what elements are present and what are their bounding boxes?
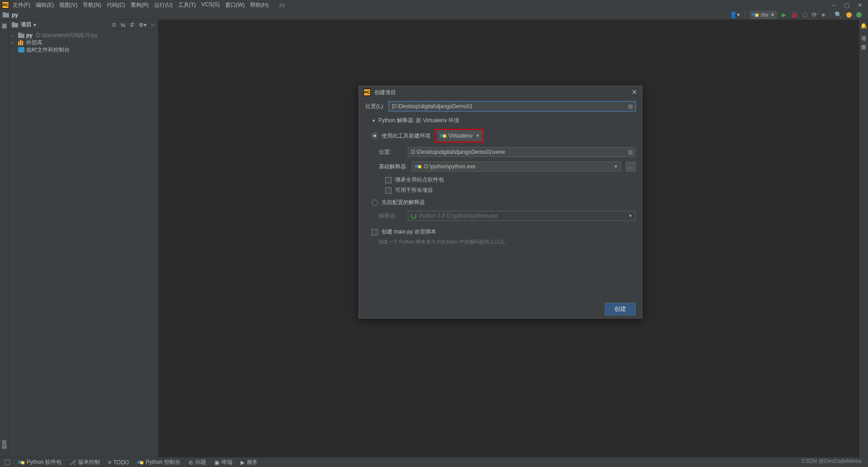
location-label: 位置(L):	[365, 103, 384, 110]
right-gutter: 🔔 通知 数据库	[859, 20, 868, 457]
python-icon	[440, 133, 446, 139]
status-console[interactable]: Python 控制台	[137, 458, 180, 466]
menu-vcs[interactable]: VCS(S)	[201, 1, 220, 9]
ok-badge-icon[interactable]	[856, 12, 862, 18]
status-terminal[interactable]: ▣终端	[214, 458, 232, 466]
env-location-input[interactable]: D:\Desktop\digital\djangoDemo01\vene ▦	[408, 147, 636, 157]
breadcrumb-project[interactable]: py	[12, 12, 18, 18]
library-icon	[18, 40, 24, 45]
menu-refactor[interactable]: 重构(R)	[131, 1, 149, 9]
run-config-selector[interactable]: mv ▼	[750, 11, 777, 19]
close-icon[interactable]: ✕	[632, 88, 637, 96]
watermark: CSDN @DevCodeMemo	[802, 458, 862, 464]
all-projects-checkbox[interactable]	[385, 187, 392, 194]
menu-nav[interactable]: 导航(N)	[83, 1, 101, 9]
status-services[interactable]: ▶服务	[241, 458, 258, 466]
status-vcs[interactable]: ⎇版本控制	[70, 458, 100, 466]
interp-value: Python 3.8 D:\python\python.exe	[419, 213, 498, 219]
tree-libs[interactable]: › 外部库	[9, 39, 158, 46]
chevron-down-icon: ▼	[372, 119, 376, 123]
notification-tab-icon[interactable]: 🔔	[860, 23, 867, 29]
project-tab-icon[interactable]: ▦	[2, 23, 7, 29]
env-location-value: D:\Desktop\digital\djangoDemo01\vene	[411, 149, 505, 155]
menu-help[interactable]: 帮助(H)	[250, 1, 269, 9]
toolwindow-toggle-icon[interactable]	[5, 460, 10, 465]
watermark-text: CSDN @DevCodeMemo	[802, 458, 862, 464]
dialog-title: 创建项目	[374, 89, 396, 96]
menu-code[interactable]: 代码(C)	[107, 1, 125, 9]
chevron-right-icon[interactable]: ›	[12, 33, 16, 38]
new-env-radio[interactable]	[372, 133, 378, 139]
search-icon[interactable]: 🔍	[835, 11, 842, 18]
status-packages[interactable]: Python 软件包	[18, 458, 61, 466]
debug-icon[interactable]: 🐞	[791, 11, 798, 18]
collapse-icon[interactable]: ⇵	[130, 22, 134, 28]
ellipsis-button[interactable]: …	[626, 162, 636, 172]
menu-view[interactable]: 视图(V)	[59, 1, 77, 9]
create-main-checkbox[interactable]	[372, 229, 378, 235]
terminal-icon: ▣	[214, 459, 219, 466]
menu-window[interactable]: 窗口(W)	[225, 1, 245, 9]
browse-icon[interactable]: ▦	[628, 149, 633, 155]
root-path: D:\document\代码练习\py	[36, 32, 97, 39]
chevron-right-icon[interactable]: ›	[12, 40, 16, 45]
env-tool-label: Virtualenv	[448, 133, 472, 139]
pycharm-logo-icon: PC	[363, 89, 371, 96]
status-todo[interactable]: ≡TODO	[108, 459, 129, 466]
highlight-box: Virtualenv ▼	[435, 129, 484, 143]
inherit-checkbox[interactable]	[385, 177, 392, 183]
menu-edit[interactable]: 编辑(E)	[36, 1, 54, 9]
location-input[interactable]: D:\Desktop\digital\djangoDemo01 ▦	[389, 101, 636, 111]
menu-tools[interactable]: 工具(T)	[178, 1, 196, 9]
stop-icon[interactable]: ■	[821, 11, 825, 18]
libs-label: 外部库	[26, 39, 42, 47]
interpreter-section[interactable]: ▼ Python 解释器: 新 Virtualenv 环境	[372, 117, 636, 124]
new-project-dialog: PC 创建项目 ✕ 位置(L): D:\Desktop\digital\djan…	[359, 86, 642, 319]
locate-icon[interactable]: ⊙	[112, 22, 116, 28]
run-icon[interactable]: ▶	[782, 11, 786, 18]
branch-icon: ⎇	[70, 459, 76, 466]
env-tool-selector[interactable]: Virtualenv ▼	[437, 130, 482, 141]
browse-icon[interactable]: ▦	[628, 103, 633, 110]
profile-icon[interactable]: ⟳	[812, 11, 817, 18]
hide-icon[interactable]: ─	[151, 22, 155, 28]
chevron-down-icon[interactable]: ▾	[33, 22, 36, 28]
gear-icon[interactable]: ⚙▾	[139, 22, 146, 28]
create-main-hint: 创建一个 Python 脚本来为 PyCharm 中的编码提供入口点。	[378, 238, 636, 245]
status-bar: Python 软件包 ⎇版本控制 ≡TODO Python 控制台 ⊘问题 ▣终…	[0, 457, 868, 467]
chevron-down-icon: ▼	[476, 133, 480, 138]
user-icon[interactable]: 👤▾	[730, 11, 740, 18]
run-config-label: mv	[761, 12, 768, 18]
menu-run[interactable]: 运行(U)	[154, 1, 173, 9]
warning-icon: ⊘	[189, 459, 193, 466]
prev-interp-radio-row: 先前配置的解释器	[372, 199, 636, 206]
env-location-label: 位置:	[379, 148, 403, 156]
folder-icon	[12, 22, 18, 28]
create-button[interactable]: 创建	[605, 303, 636, 315]
status-problems[interactable]: ⊘问题	[189, 458, 206, 466]
new-env-radio-row: 使用此工具新建环境 Virtualenv ▼	[372, 129, 636, 143]
chevron-down-icon: ▼	[770, 13, 774, 17]
chevron-down-icon: ▼	[628, 214, 632, 218]
maximize-icon[interactable]: ▢	[844, 2, 849, 9]
titlebar: PC 文件(F) 编辑(E) 视图(V) 导航(N) 代码(C) 重构(R) 运…	[0, 0, 868, 10]
minimize-icon[interactable]: ─	[832, 2, 836, 9]
titlebar-project: py	[279, 2, 285, 8]
menu-file[interactable]: 文件(F)	[13, 1, 30, 9]
warn-badge-icon[interactable]	[846, 12, 852, 18]
navbar: py 👤▾ mv ▼ ▶ 🐞 ⬡ ⟳ ■ 🔍	[0, 10, 868, 20]
tree-scratch[interactable]: 临时文件和控制台	[9, 46, 158, 53]
close-icon[interactable]: ✕	[858, 2, 863, 9]
coverage-icon[interactable]: ⬡	[802, 11, 807, 18]
python-icon	[415, 163, 421, 170]
prev-interp-radio[interactable]	[372, 200, 378, 206]
pycharm-logo-icon: PC	[2, 1, 9, 9]
prev-interp-label: 先前配置的解释器	[382, 199, 425, 206]
base-interp-selector[interactable]: D:\python\python.exe ▼	[412, 162, 621, 172]
tree-root[interactable]: › py D:\document\代码练习\py	[9, 32, 158, 39]
sidebar-title: 项目	[21, 21, 32, 29]
services-icon: ▶	[241, 459, 245, 466]
expand-icon[interactable]: ⇆	[121, 22, 125, 28]
project-tree: › py D:\document\代码练习\py › 外部库 临时文件和控制台	[9, 30, 158, 55]
new-env-label: 使用此工具新建环境	[382, 132, 430, 140]
